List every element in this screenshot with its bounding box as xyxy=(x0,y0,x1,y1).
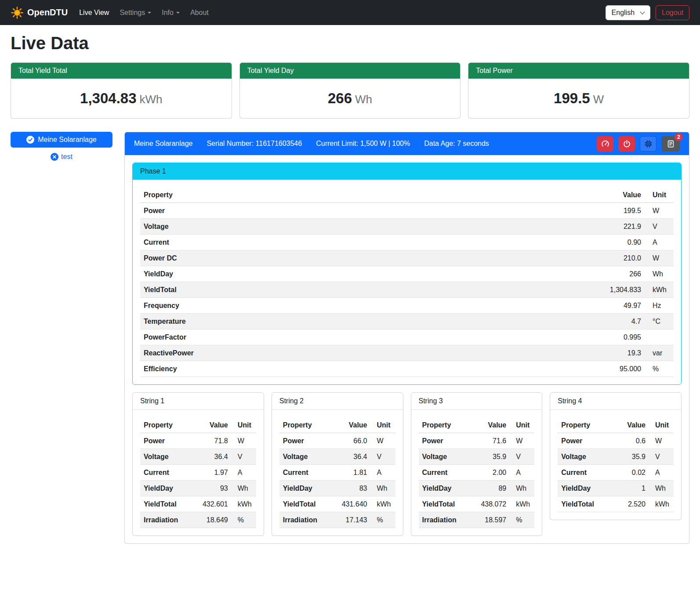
property-cell: YieldDay xyxy=(140,481,194,496)
card-title: Total Power xyxy=(468,63,689,79)
power-icon xyxy=(623,140,631,148)
unit-cell: % xyxy=(645,361,674,377)
property-cell: Voltage xyxy=(558,449,611,465)
unit-cell: W xyxy=(510,433,534,449)
table-row: Current 1.97 A xyxy=(140,465,256,481)
unit-cell: Hz xyxy=(645,298,674,314)
string-3-card: String 3 Property Value Unit xyxy=(411,392,543,536)
property-cell: Current xyxy=(558,465,611,481)
value-header: Value xyxy=(588,187,645,203)
value-cell: 0.02 xyxy=(611,465,649,481)
limit-settings-button[interactable] xyxy=(597,136,613,152)
unit-cell xyxy=(645,329,674,345)
value-cell: 35.9 xyxy=(472,449,510,465)
unit-cell: W xyxy=(645,250,674,266)
brand-label: OpenDTU xyxy=(27,7,68,18)
card-title: Total Yield Total xyxy=(11,63,232,79)
unit-cell: kWh xyxy=(371,496,395,512)
card-value-area: 1,304.83kWh xyxy=(11,79,232,118)
table-row: Current 0.02 A xyxy=(558,465,674,481)
power-button[interactable] xyxy=(618,136,635,152)
property-cell: Power xyxy=(140,433,194,449)
card-unit: kWh xyxy=(140,93,163,106)
value-header: Value xyxy=(472,417,510,433)
card-unit: W xyxy=(593,93,604,106)
value-cell: 2.520 xyxy=(611,496,649,512)
table-row: Frequency 49.97 Hz xyxy=(140,298,674,314)
property-cell: Voltage xyxy=(419,449,472,465)
unit-header: Unit xyxy=(645,187,674,203)
table-row: YieldTotal 438.072 kWh xyxy=(419,496,535,512)
language-select[interactable]: English xyxy=(606,5,650,20)
table-row: YieldTotal 431.640 kWh xyxy=(279,496,395,512)
summary-row: Total Yield Total 1,304.83kWh Total Yiel… xyxy=(11,62,689,119)
table-row: Voltage 36.4 V xyxy=(279,449,395,465)
string-title: String 1 xyxy=(133,393,264,410)
string-table-body: Power 71.8 W Voltage 36.4 xyxy=(140,433,256,528)
nav-about[interactable]: About xyxy=(185,5,214,20)
card-title: Total Yield Day xyxy=(240,63,461,79)
string-table-body: Power 71.6 W Voltage 35.9 xyxy=(419,433,535,528)
table-row: PowerFactor 0.995 xyxy=(140,329,674,345)
sidebar-item-meine-solaranlage[interactable]: Meine Solaranlage xyxy=(11,132,112,148)
table-row: Temperature 4.7 °C xyxy=(140,314,674,329)
value-header: Value xyxy=(194,417,232,433)
inverter-card-body: Phase 1 Property Value Unit xyxy=(125,155,689,543)
unit-cell: W xyxy=(232,433,256,449)
property-cell: Current xyxy=(140,465,194,481)
property-cell: Power xyxy=(279,433,333,449)
nav-info[interactable]: Info xyxy=(156,5,185,20)
value-cell: 36.4 xyxy=(333,449,371,465)
chevron-down-icon xyxy=(148,12,151,14)
brand[interactable]: OpenDTU xyxy=(11,6,68,19)
nav-info-label: Info xyxy=(162,9,174,17)
string-card-body: Property Value Unit xyxy=(272,410,403,535)
value-cell: 19.3 xyxy=(588,345,645,361)
sidebar-item-test[interactable]: test xyxy=(11,153,112,161)
unit-cell: A xyxy=(510,465,534,481)
inverter-data-age: Data Age: 7 seconds xyxy=(424,140,489,148)
restart-button[interactable] xyxy=(640,136,656,152)
value-cell: 36.4 xyxy=(194,449,232,465)
unit-cell: V xyxy=(645,219,674,235)
event-log-button[interactable]: 2 xyxy=(661,136,680,152)
unit-cell: A xyxy=(645,235,674,250)
value-cell: 210.0 xyxy=(588,250,645,266)
unit-cell: A xyxy=(371,465,395,481)
value-cell: 199.5 xyxy=(588,203,645,219)
navbar-right: English Logout xyxy=(606,5,689,20)
unit-cell: % xyxy=(371,512,395,528)
unit-cell: % xyxy=(232,512,256,528)
table-row: ReactivePower 19.3 var xyxy=(140,345,674,361)
value-cell: 83 xyxy=(333,481,371,496)
value-cell: 71.8 xyxy=(194,433,232,449)
strings-row: String 1 Property Value Unit xyxy=(132,392,682,536)
unit-cell: kWh xyxy=(510,496,534,512)
logout-button[interactable]: Logout xyxy=(656,5,689,20)
value-cell: 71.6 xyxy=(472,433,510,449)
nav-live-view[interactable]: Live View xyxy=(74,5,114,20)
table-row: YieldDay 83 Wh xyxy=(279,481,395,496)
phase-title: Phase 1 xyxy=(133,163,681,180)
string-table: Property Value Unit xyxy=(558,417,674,512)
property-cell: Irradiation xyxy=(279,512,333,528)
property-header: Property xyxy=(279,417,333,433)
table-header-row: Property Value Unit xyxy=(140,417,256,433)
phase-1-card: Phase 1 Property Value Unit xyxy=(132,163,682,385)
inverter-card-header: Meine Solaranlage Serial Number: 1161716… xyxy=(125,132,689,155)
value-cell: 1.81 xyxy=(333,465,371,481)
unit-cell: kWh xyxy=(649,496,674,512)
table-row: Voltage 35.9 V xyxy=(419,449,535,465)
unit-cell: Wh xyxy=(371,481,395,496)
unit-cell: V xyxy=(649,449,674,465)
nav-settings[interactable]: Settings xyxy=(114,5,156,20)
value-cell: 17.143 xyxy=(333,512,371,528)
unit-cell: Wh xyxy=(645,266,674,282)
table-row: Voltage 35.9 V xyxy=(558,449,674,465)
unit-cell: V xyxy=(510,449,534,465)
card-value-area: 266Wh xyxy=(240,79,461,118)
total-power-card: Total Power 199.5W xyxy=(468,62,689,119)
total-yield-total-card: Total Yield Total 1,304.83kWh xyxy=(11,62,232,119)
string-title: String 4 xyxy=(550,393,681,410)
property-cell: Temperature xyxy=(140,314,588,329)
